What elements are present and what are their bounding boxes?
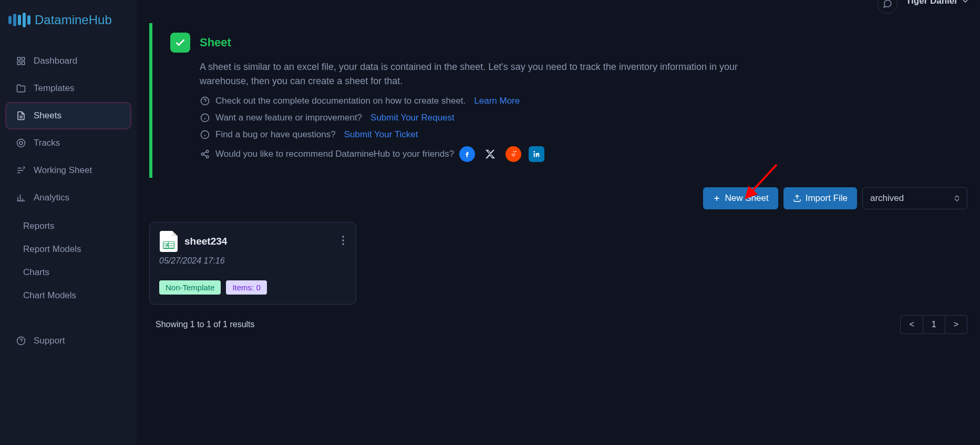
banner-row-text: Want a new feature or improvement? [215,113,362,123]
brand-name: DatamineHub [35,13,112,27]
chevron-down-icon [961,0,969,5]
sidebar: DatamineHub Dashboard Templates Sheets T [0,0,137,445]
sidebar-item-label: Support [34,336,65,346]
template-tag: Non-Template [159,280,221,295]
help-circle-icon [200,96,210,106]
banner-row-docs: Check out the complete documentation on … [200,96,955,106]
main-content: Tiger Daniel Sheet A sheet is similar to… [137,0,980,445]
svg-point-34 [534,151,535,153]
submit-request-link[interactable]: Submit Your Request [370,113,455,123]
sidebar-item-support[interactable]: Support [6,328,130,353]
svg-line-29 [203,152,206,154]
learn-more-link[interactable]: Learn More [474,96,520,106]
sidebar-item-label: Templates [34,83,74,94]
svg-text:X: X [166,242,169,248]
working-sheet-icon [16,165,26,176]
svg-rect-1 [22,57,25,60]
svg-rect-40 [169,242,174,244]
prev-page-button[interactable]: < [901,316,923,333]
file-icon [16,110,26,121]
card-menu-button[interactable] [340,234,346,249]
filter-value: archived [870,193,904,204]
submit-ticket-link[interactable]: Submit Your Ticket [344,129,418,140]
facebook-icon[interactable] [459,146,475,162]
chevron-updown-icon [954,195,960,201]
sheet-cards: X sheet234 05/27/2024 17:16 Non-Template… [149,222,967,305]
new-sheet-button[interactable]: New Sheet [703,187,778,209]
svg-point-46 [342,236,344,238]
sidebar-subitem-report-models[interactable]: Report Models [23,238,137,261]
banner-row-text: Check out the complete documentation on … [215,96,466,106]
dashboard-icon [16,56,26,66]
help-icon [16,336,26,346]
items-tag: Items: 0 [226,280,266,295]
info-icon [200,129,210,140]
svg-rect-0 [17,57,20,60]
target-icon [16,138,26,148]
sidebar-item-label: Dashboard [34,56,77,66]
svg-rect-33 [534,153,535,157]
sidebar-item-label: Analytics [34,193,69,203]
sidebar-item-tracks[interactable]: Tracks [6,130,130,156]
sidebar-subitem-chart-models[interactable]: Chart Models [23,284,137,307]
share-icon [200,149,210,159]
sidebar-item-templates[interactable]: Templates [6,76,130,101]
svg-point-48 [342,243,344,245]
sidebar-item-label: Sheets [34,110,61,121]
svg-rect-2 [17,62,20,65]
sidebar-item-working-sheet[interactable]: Working Sheet [6,158,130,183]
svg-point-25 [206,150,209,153]
svg-point-6 [17,139,25,147]
analytics-icon [16,193,26,203]
toolbar: New Sheet Import File archived [149,187,967,209]
folder-icon [16,83,26,94]
pagination: < 1 > [900,315,967,334]
banner-title: Sheet [200,36,231,49]
chat-button[interactable] [878,0,898,14]
banner-row-share: Would you like to recommend DatamineHub … [200,146,955,162]
svg-point-27 [206,156,209,158]
excel-file-icon: X [159,232,178,251]
reddit-icon[interactable] [506,146,521,162]
results-footer: Showing 1 to 1 of 1 results < 1 > [149,305,967,334]
logo-icon [8,13,30,27]
banner-row-bug: Find a bug or have questions? Submit You… [200,129,955,140]
filter-select[interactable]: archived [862,187,967,209]
svg-point-7 [19,141,23,145]
banner-share-text: Would you like to recommend DatamineHub … [215,149,454,159]
info-icon [200,113,210,123]
user-menu[interactable]: Tiger Daniel [906,0,969,6]
new-sheet-label: New Sheet [725,193,769,204]
sidebar-item-label: Working Sheet [34,165,92,176]
next-page-button[interactable]: > [945,316,967,333]
svg-point-26 [201,153,204,156]
sidebar-item-label: Tracks [34,138,60,148]
svg-rect-42 [169,244,174,246]
svg-point-31 [514,154,515,155]
sidebar-subitem-charts[interactable]: Charts [23,261,137,284]
svg-rect-3 [22,62,25,65]
sidebar-item-sheets[interactable]: Sheets [6,103,130,128]
import-file-button[interactable]: Import File [783,187,857,209]
svg-line-28 [203,155,206,156]
header: Tiger Daniel [137,0,980,16]
sheet-card[interactable]: X sheet234 05/27/2024 17:16 Non-Template… [149,222,356,305]
sidebar-item-dashboard[interactable]: Dashboard [6,48,130,74]
check-icon [170,33,190,53]
upload-icon [793,194,801,203]
sidebar-item-analytics[interactable]: Analytics [6,185,130,210]
banner-description: A sheet is similar to an excel file, you… [200,60,767,88]
info-banner: Sheet A sheet is similar to an excel fil… [149,23,967,178]
page-number[interactable]: 1 [923,316,945,333]
sidebar-subitem-reports[interactable]: Reports [23,215,137,238]
banner-row-feature: Want a new feature or improvement? Submi… [200,113,955,123]
banner-row-text: Find a bug or have questions? [215,129,336,140]
svg-point-47 [342,239,344,241]
linkedin-icon[interactable] [529,146,544,162]
user-name: Tiger Daniel [906,0,957,6]
sheet-date: 05/27/2024 17:16 [159,256,346,266]
import-file-label: Import File [806,193,848,204]
x-twitter-icon[interactable] [482,146,498,162]
brand-logo[interactable]: DatamineHub [0,6,137,48]
results-text: Showing 1 to 1 of 1 results [156,320,255,329]
